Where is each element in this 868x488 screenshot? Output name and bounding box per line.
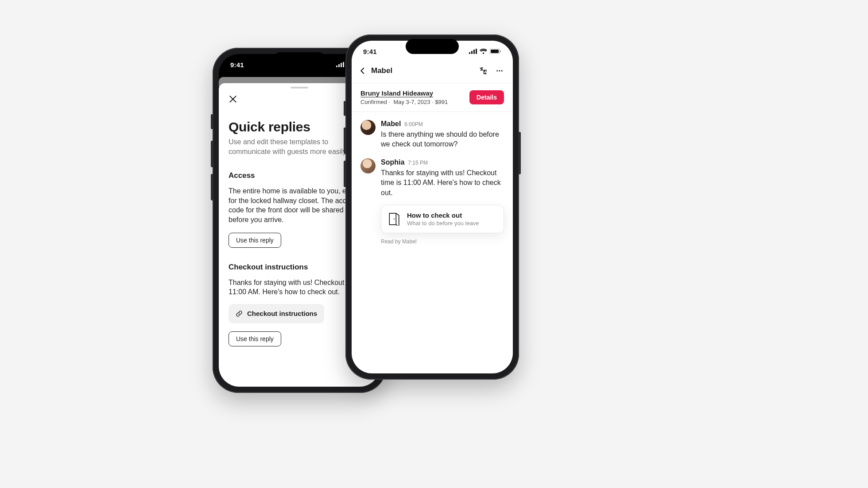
- phone-side-button: [211, 174, 213, 200]
- phone-side-button: [518, 132, 521, 174]
- svg-rect-1: [338, 64, 340, 67]
- svg-rect-12: [491, 50, 499, 53]
- phone-conversation: 9:41 Mabel: [345, 35, 519, 380]
- avatar[interactable]: [360, 120, 376, 135]
- checkout-card-subtitle: What to do before you leave: [407, 220, 479, 227]
- read-receipt: Read by Mabel: [381, 238, 504, 245]
- phone-side-button: [211, 114, 213, 129]
- use-this-reply-button[interactable]: Use this reply: [229, 331, 281, 346]
- dynamic-island: [406, 39, 459, 54]
- svg-rect-10: [476, 49, 477, 54]
- svg-point-14: [496, 70, 498, 71]
- listing-bar: Bruny Island Hideaway Confirmed · May 3-…: [352, 83, 513, 112]
- close-icon: [229, 95, 237, 104]
- svg-point-18: [394, 219, 395, 219]
- svg-rect-3: [343, 62, 344, 67]
- status-time: 9:41: [363, 48, 377, 55]
- message-sender: Sophia: [381, 158, 404, 166]
- listing-price: $991: [435, 99, 448, 105]
- use-this-reply-button[interactable]: Use this reply: [229, 233, 281, 248]
- message-time: 6:00PM: [404, 121, 422, 127]
- status-icons: [469, 49, 501, 54]
- svg-rect-17: [389, 213, 396, 225]
- svg-rect-9: [473, 50, 475, 54]
- svg-rect-2: [341, 63, 342, 67]
- close-button[interactable]: [229, 95, 239, 105]
- svg-rect-13: [500, 50, 501, 52]
- svg-rect-8: [471, 51, 473, 54]
- door-icon: [388, 212, 400, 226]
- translate-icon: [479, 67, 487, 75]
- message-thread[interactable]: Mabel 6:00PM Is there anything we should…: [352, 112, 513, 373]
- listing-title-link[interactable]: Bruny Island Hideaway: [360, 89, 448, 97]
- cellular-icon: [469, 49, 477, 54]
- svg-rect-7: [469, 52, 470, 54]
- status-time: 9:41: [230, 61, 244, 69]
- chat-header: Mabel: [352, 62, 513, 83]
- back-button[interactable]: [359, 67, 367, 75]
- sheet-grabber[interactable]: [291, 87, 308, 88]
- dynamic-island: [273, 52, 326, 67]
- checkout-instructions-chip[interactable]: Checkout instructions: [229, 304, 324, 323]
- listing-dates: May 3-7, 2023: [393, 99, 430, 105]
- link-icon: [236, 310, 243, 317]
- details-button[interactable]: Details: [469, 90, 504, 104]
- battery-icon: [490, 49, 501, 54]
- message-text: Thanks for staying with us! Checkout tim…: [381, 168, 504, 198]
- message-row: Sophia 7:15 PM Thanks for staying with u…: [360, 158, 504, 245]
- more-button[interactable]: [495, 67, 504, 75]
- svg-point-15: [499, 70, 500, 71]
- wifi-icon: [480, 49, 487, 54]
- chat-contact-name: Mabel: [371, 66, 392, 75]
- phone-side-button: [344, 101, 346, 116]
- message-sender: Mabel: [381, 120, 401, 128]
- phone-side-button: [344, 161, 346, 187]
- message-row: Mabel 6:00PM Is there anything we should…: [360, 120, 504, 150]
- translate-button[interactable]: [479, 67, 487, 75]
- phone-side-button: [344, 127, 346, 154]
- listing-status: Confirmed: [360, 99, 387, 105]
- listing-meta: Confirmed · May 3-7, 2023 · $991: [360, 99, 448, 105]
- checkout-card[interactable]: How to check out What to do before you l…: [381, 205, 504, 233]
- chip-label: Checkout instructions: [247, 310, 317, 317]
- more-horizontal-icon: [495, 67, 504, 75]
- chevron-left-icon: [359, 67, 367, 75]
- phone-side-button: [211, 141, 213, 167]
- message-time: 7:15 PM: [408, 160, 428, 166]
- svg-rect-0: [336, 65, 337, 67]
- cellular-icon: [336, 62, 344, 67]
- avatar[interactable]: [360, 158, 376, 173]
- checkout-card-title: How to check out: [407, 211, 479, 219]
- message-text: Is there anything we should do before we…: [381, 130, 504, 150]
- svg-point-16: [501, 70, 503, 71]
